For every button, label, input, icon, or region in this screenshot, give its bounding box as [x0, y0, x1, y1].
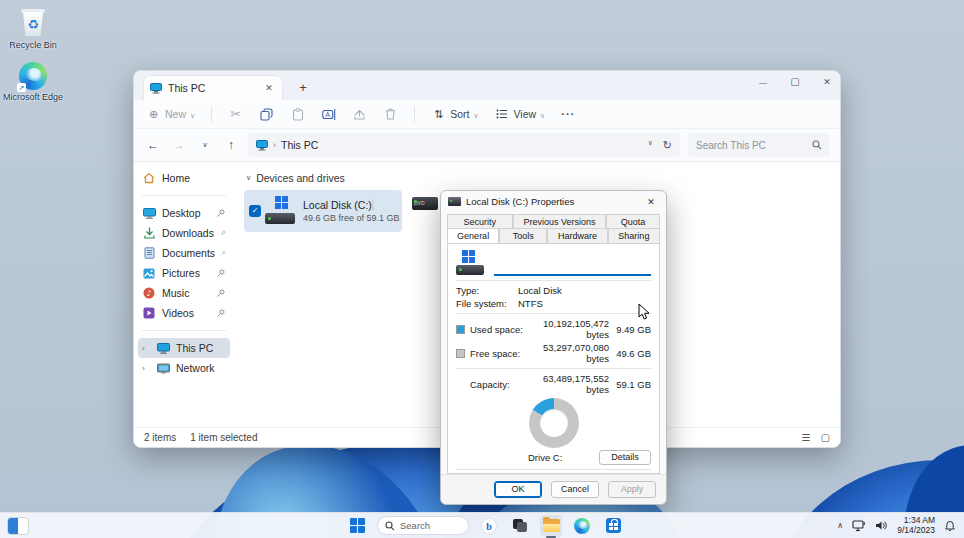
svg-text:♪: ♪ — [147, 289, 152, 298]
section-header-label: Devices and drives — [256, 172, 345, 184]
toolbar-divider — [211, 106, 212, 122]
explorer-tab-this-pc[interactable]: This PC ✕ — [143, 75, 283, 100]
tab-quota[interactable]: Quota — [606, 214, 660, 229]
sidebar-item-home[interactable]: Home — [138, 168, 230, 188]
capacity-spacer — [456, 380, 465, 389]
ok-button[interactable]: OK — [494, 481, 542, 498]
desktop: ♻ Recycle Bin ↗ Microsoft Edge This PC ✕… — [0, 0, 964, 538]
store-button[interactable] — [602, 515, 624, 537]
capacity-label: Capacity: — [470, 379, 525, 390]
address-dropdown-icon[interactable]: ∨ — [648, 139, 653, 152]
back-icon[interactable]: ← — [144, 138, 162, 152]
dialog-close-icon[interactable]: ✕ — [643, 197, 659, 207]
tab-previous-versions[interactable]: Previous Versions — [513, 214, 607, 229]
tab-general[interactable]: General — [447, 228, 499, 243]
search-input[interactable] — [696, 140, 812, 151]
edge-button[interactable] — [571, 515, 593, 537]
devices-and-drives-header[interactable]: ∨ Devices and drives — [246, 172, 830, 184]
explorer-toolbar: ⊕ New ✂ A ⇅ Sort — [134, 100, 840, 129]
free-space-bytes: 53,297,070,080 bytes — [525, 342, 609, 364]
tab-title: This PC — [168, 82, 256, 94]
up-icon[interactable]: ↑ — [222, 138, 240, 152]
sidebar-item-pictures[interactable]: Pictures — [138, 263, 230, 283]
sidebar-item-label: Documents — [162, 247, 215, 259]
network-tray-icon[interactable] — [852, 520, 866, 532]
tab-close-icon[interactable]: ✕ — [262, 83, 276, 93]
notification-bell-icon[interactable] — [944, 520, 956, 532]
drive-name-field[interactable] — [494, 260, 651, 276]
tab-hardware[interactable]: Hardware — [547, 228, 607, 243]
sidebar-item-label: Network — [176, 362, 215, 374]
dialog-titlebar[interactable]: Local Disk (C:) Properties ✕ — [441, 191, 666, 212]
used-space-row: Used space: 10,192,105,472 bytes 9.49 GB — [456, 318, 651, 340]
sidebar-item-downloads[interactable]: Downloads — [138, 223, 230, 243]
copy-icon[interactable] — [259, 107, 274, 122]
recent-locations-icon[interactable]: ∨ — [196, 141, 214, 149]
search-icon — [812, 140, 822, 150]
taskbar-search[interactable] — [377, 516, 469, 535]
more-options-button[interactable] — [561, 108, 575, 120]
cancel-button[interactable]: Cancel — [551, 481, 599, 498]
tab-sharing[interactable]: Sharing — [608, 228, 660, 243]
sidebar-item-network[interactable]: › Network — [138, 358, 230, 378]
new-tab-button[interactable]: + — [295, 80, 311, 95]
widgets-icon[interactable] — [7, 517, 29, 535]
start-button[interactable] — [346, 515, 368, 537]
clock[interactable]: 1:34 AM 9/14/2023 — [897, 516, 935, 536]
rename-icon[interactable]: A — [321, 107, 336, 122]
bing-chat-button[interactable]: b — [478, 515, 500, 537]
sidebar-item-documents[interactable]: Documents — [138, 243, 230, 263]
details-view-icon[interactable]: ☰ — [802, 432, 811, 443]
cut-icon[interactable]: ✂ — [228, 107, 243, 122]
item-checkbox[interactable]: ✓ — [249, 205, 261, 217]
sidebar-item-music[interactable]: ♪ Music — [138, 283, 230, 303]
share-icon[interactable] — [352, 107, 367, 122]
sidebar-item-label: This PC — [176, 342, 213, 354]
desktop-icon-recycle-bin[interactable]: ♻ Recycle Bin — [0, 8, 66, 51]
desktop-icon-edge[interactable]: ↗ Microsoft Edge — [0, 62, 66, 103]
sidebar-item-this-pc[interactable]: › This PC — [138, 338, 230, 358]
address-box[interactable]: › This PC ∨ ↻ — [248, 133, 680, 157]
this-pc-icon — [256, 140, 268, 151]
thumbnail-view-icon[interactable]: ▢ — [821, 432, 830, 443]
view-button[interactable]: View — [495, 107, 546, 122]
pictures-icon — [142, 266, 156, 280]
search-box[interactable] — [688, 133, 830, 157]
sidebar-item-videos[interactable]: Videos — [138, 303, 230, 323]
breadcrumb[interactable]: This PC — [281, 139, 318, 151]
details-button[interactable]: Details — [599, 450, 651, 465]
maximize-button[interactable] — [788, 75, 802, 89]
used-space-swatch — [456, 325, 465, 334]
pin-icon — [216, 288, 226, 298]
apply-button[interactable]: Apply — [608, 481, 656, 498]
local-disk-c-item[interactable]: ✓ Local Disk (C:) 49.6 GB free of 59.1 G… — [244, 190, 402, 232]
sidebar-item-desktop[interactable]: Desktop — [138, 203, 230, 223]
home-icon — [142, 171, 156, 185]
used-space-bytes: 10,192,105,472 bytes — [525, 318, 609, 340]
paste-icon[interactable] — [290, 107, 305, 122]
delete-icon[interactable] — [383, 107, 398, 122]
taskbar: b ∧ 1:34 AM 9/14/2023 — [0, 512, 964, 538]
tab-security[interactable]: Security — [447, 214, 513, 229]
expand-chevron-icon[interactable]: › — [142, 364, 150, 373]
refresh-icon[interactable]: ↻ — [663, 139, 672, 152]
dvd-drive-item[interactable]: DVD — [412, 184, 442, 214]
chevron-down-icon — [190, 108, 195, 120]
close-button[interactable] — [820, 75, 834, 89]
task-view-button[interactable] — [509, 515, 531, 537]
file-explorer-button[interactable] — [540, 515, 562, 537]
new-button[interactable]: ⊕ New — [146, 107, 195, 122]
explorer-titlebar[interactable]: This PC ✕ + — [134, 71, 840, 100]
dialog-title: Local Disk (C:) Properties — [466, 196, 638, 207]
minimize-button[interactable] — [756, 75, 770, 89]
free-space-label: Free space: — [470, 348, 525, 359]
tray-chevron-up-icon[interactable]: ∧ — [837, 521, 843, 530]
forward-icon[interactable]: → — [170, 138, 188, 152]
drive-free-text: 49.6 GB free of 59.1 GB — [303, 213, 400, 223]
expand-chevron-icon[interactable]: › — [142, 344, 150, 353]
volume-icon[interactable] — [875, 520, 888, 531]
tab-tools[interactable]: Tools — [499, 228, 547, 243]
taskbar-search-input[interactable] — [400, 520, 458, 531]
system-tray: ∧ 1:34 AM 9/14/2023 — [837, 516, 964, 536]
sort-button[interactable]: ⇅ Sort — [431, 107, 478, 122]
